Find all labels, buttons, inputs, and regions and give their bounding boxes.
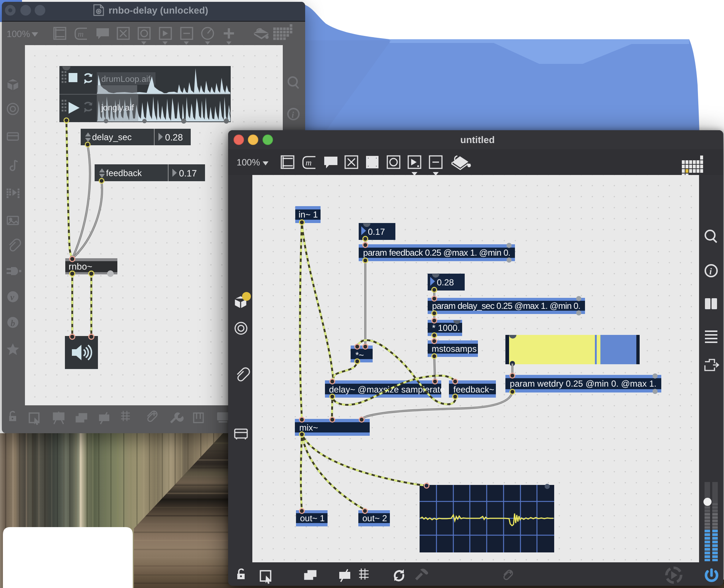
svg-text:mix~: mix~ — [299, 423, 318, 433]
svg-text:untitled: untitled — [460, 134, 495, 145]
svg-text:out~ 1: out~ 1 — [300, 514, 325, 523]
svg-text:feedback: feedback — [106, 168, 142, 178]
svg-text:mstosamps: mstosamps — [432, 344, 477, 354]
svg-text:m: m — [306, 158, 312, 167]
svg-text:m: m — [78, 29, 84, 39]
svg-text:out~ 2: out~ 2 — [362, 514, 387, 523]
svg-text:rnbo~: rnbo~ — [69, 262, 92, 272]
svg-text:0.17: 0.17 — [368, 227, 385, 237]
svg-text:feedback~: feedback~ — [453, 385, 494, 395]
svg-text:rnbo-delay (unlocked): rnbo-delay (unlocked) — [109, 5, 208, 16]
svg-text:drumLoop.aif: drumLoop.aif — [101, 74, 151, 84]
svg-text:jongly.aif: jongly.aif — [101, 103, 134, 112]
svg-text:param feedback 0.25 @max 1. @m: param feedback 0.25 @max 1. @min 0. — [363, 248, 511, 258]
svg-text:* 1000.: * 1000. — [432, 323, 460, 333]
svg-text:param delay_sec 0.25 @max 1. @: param delay_sec 0.25 @max 1. @min 0. — [432, 301, 581, 311]
svg-text:100%: 100% — [7, 29, 30, 39]
svg-text:0.17: 0.17 — [179, 168, 197, 179]
svg-text:i: i — [292, 110, 294, 120]
svg-text:v: v — [10, 293, 14, 302]
svg-text:b: b — [11, 319, 15, 328]
svg-text:i: i — [709, 267, 712, 277]
svg-text:delay_sec: delay_sec — [92, 132, 132, 142]
svg-text:100%: 100% — [237, 157, 260, 168]
svg-text:0.28: 0.28 — [165, 132, 183, 143]
svg-text:in~ 1: in~ 1 — [299, 210, 318, 220]
svg-text:0.28: 0.28 — [437, 278, 454, 288]
svg-text:param wetdry 0.25 @min 0. @max: param wetdry 0.25 @min 0. @max 1. — [510, 379, 657, 389]
